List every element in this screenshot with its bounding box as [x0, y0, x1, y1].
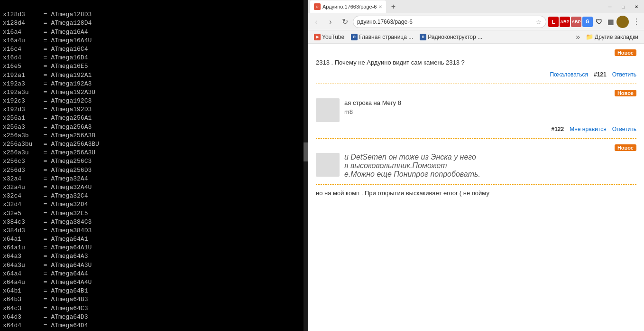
address-bar[interactable]: рдуино.17663/page-6 ☆ [353, 16, 546, 28]
other-bookmarks-label: Другие закладки [595, 34, 638, 40]
terminal-panel[interactable]: x128d3 = ATmega128D3 x128d4 = ATmega128D… [0, 0, 308, 331]
comment-121-footer: Пожаловаться #121 Ответить [316, 71, 636, 78]
browser-toolbar: ‹ › ↻ рдуино.17663/page-6 ☆ L ABP ABP G … [308, 13, 644, 30]
bookmark-youtube[interactable]: ▶ YouTube [311, 33, 347, 41]
new-badge-123: Новое [615, 144, 636, 151]
comment-block-122: Новое ая строка на Мегу 8 m8 #122 [316, 84, 636, 139]
address-text: рдуино.17663/page-6 [357, 19, 534, 25]
extension-icons: L ABP ABP G 🛡 ▦ [548, 16, 629, 28]
new-badge-122: Новое [615, 90, 636, 96]
tab-close-button[interactable]: ✕ [378, 4, 382, 9]
adblock-extension-icon[interactable]: ABP [560, 17, 570, 27]
refresh-button[interactable]: ↻ [339, 16, 351, 28]
comment-121-body: 2313 . Почему не Ардуино видит сам камен… [316, 58, 636, 67]
window-controls: ─ □ ✕ [604, 2, 642, 11]
folder-icon: 📁 [586, 33, 593, 40]
tab-title: Ардуино.17663/page-6 [322, 4, 377, 9]
comment-122-subtext: m8 [344, 107, 401, 117]
comment-121-text: 2313 . Почему не Ардуино видит сам камен… [316, 58, 465, 67]
new-badge-121: Новое [615, 49, 636, 56]
like-button-122[interactable]: Мне нравится [570, 126, 607, 132]
browser-titlebar: R Ардуино.17663/page-6 ✕ + ─ □ ✕ [308, 0, 644, 13]
shield-extension-icon[interactable]: 🛡 [594, 17, 604, 27]
bottom-partial-text: но на мой комп . При открытии выскакивае… [316, 189, 636, 198]
other-bookmarks[interactable]: 📁 Другие закладки [583, 32, 641, 41]
new-tab-button[interactable]: + [387, 0, 399, 13]
browser-tab-active[interactable]: R Ардуино.17663/page-6 ✕ [310, 0, 386, 13]
complain-button-121[interactable]: Пожаловаться [550, 71, 588, 78]
lastpass-extension-icon[interactable]: L [548, 17, 559, 27]
cast-extension-icon[interactable]: ▦ [605, 17, 616, 27]
comment-122-footer: #122 Мне нравится Ответить [316, 126, 636, 132]
bookmark-main-page[interactable]: R Главная страница ... [348, 33, 416, 41]
terminal-scrollbar[interactable] [304, 0, 308, 331]
browser-menu-button[interactable]: ⋮ [631, 17, 642, 26]
minimize-button[interactable]: ─ [604, 2, 616, 11]
tab-favicon: R [314, 3, 321, 10]
close-button[interactable]: ✕ [631, 2, 642, 11]
comment-122-number: #122 [551, 126, 564, 132]
bookmark-star-icon[interactable]: ☆ [536, 18, 542, 26]
radio-favicon: R [420, 34, 426, 40]
reply-button-122[interactable]: Ответить [612, 126, 636, 132]
forward-button[interactable]: › [324, 16, 337, 28]
page-inner: Новое 2313 . Почему не Ардуино видит сам… [308, 44, 644, 205]
main-page-favicon: R [351, 34, 358, 40]
translate-extension-icon[interactable]: G [582, 17, 593, 27]
back-button[interactable]: ‹ [310, 16, 322, 28]
bookmark-radio-label: Радиоконструктор ... [428, 34, 482, 40]
maximize-button[interactable]: □ [617, 2, 629, 11]
profile-icon[interactable] [616, 16, 629, 28]
page-content[interactable]: Новое 2313 . Почему не Ардуино видит сам… [308, 44, 644, 331]
adblock2-extension-icon[interactable]: ABP [571, 17, 581, 27]
comment-123-body: и DetSemen он тоже из Энска у него я выс… [316, 153, 636, 179]
bookmark-radio[interactable]: R Радиоконструктор ... [417, 33, 485, 41]
reply-button-121[interactable]: Ответить [612, 71, 636, 78]
comment-121-number: #121 [594, 71, 607, 78]
youtube-favicon: ▶ [314, 34, 321, 40]
bookmarks-more-button[interactable]: » [574, 33, 582, 41]
terminal-scrollbar-thumb[interactable] [304, 142, 308, 161]
browser-panel: R Ардуино.17663/page-6 ✕ + ─ □ ✕ ‹ › ↻ р… [308, 0, 644, 331]
bookmark-main-page-label: Главная страница ... [359, 34, 413, 40]
user-avatar-123 [316, 153, 340, 177]
bookmarks-bar: ▶ YouTube R Главная страница ... R Радио… [308, 30, 644, 44]
user-avatar-122 [316, 98, 340, 122]
comment-123-italic-text: и DetSemen он тоже из Энска у него я выс… [344, 153, 480, 179]
comment-block-123: Новое и DetSemen он тоже из Энска у него… [316, 139, 636, 185]
comment-122-text: ая строка на Мегу 8 [344, 98, 401, 108]
terminal-content: x128d3 = ATmega128D3 x128d4 = ATmega128D… [0, 0, 308, 331]
comment-block-121: Новое 2313 . Почему не Ардуино видит сам… [316, 44, 636, 84]
bookmark-youtube-label: YouTube [322, 34, 344, 40]
comment-122-body: ая строка на Мегу 8 m8 [316, 98, 636, 122]
